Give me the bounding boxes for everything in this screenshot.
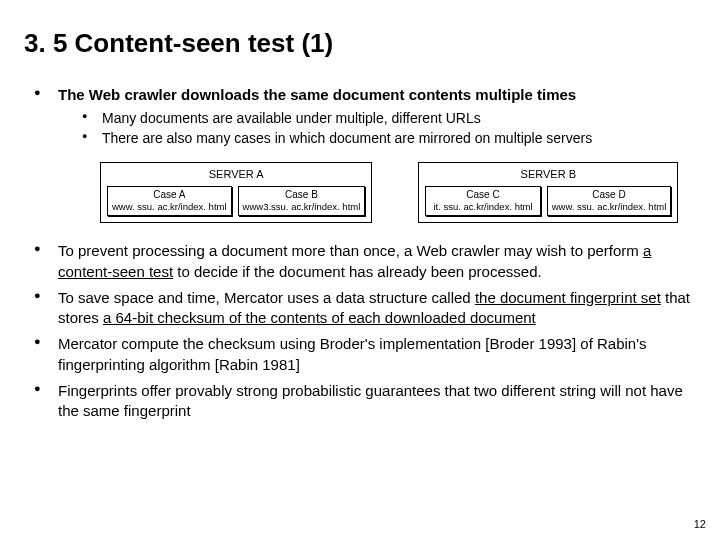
case-url: www. ssu. ac.kr/index. html	[112, 201, 227, 213]
case-a-box: Case A www. ssu. ac.kr/index. html	[107, 186, 232, 216]
slide-title: 3. 5 Content-seen test (1)	[24, 28, 696, 59]
case-url: it. ssu. ac.kr/index. html	[430, 201, 535, 213]
bullet-item: To save space and time, Mercator uses a …	[32, 288, 696, 329]
case-url: www3.ssu. ac.kr/index. html	[243, 201, 361, 213]
case-name: Case C	[430, 189, 535, 202]
bullet-item: Fingerprints offer provably strong proba…	[32, 381, 696, 422]
case-name: Case A	[112, 189, 227, 202]
case-c-box: Case C it. ssu. ac.kr/index. html	[425, 186, 540, 216]
page-number: 12	[694, 518, 706, 530]
bullet-text-part: To save space and time, Mercator uses a …	[58, 289, 475, 306]
sub-bullet-item: There are also many cases in which docum…	[80, 129, 696, 148]
server-a-box: SERVER A Case A www. ssu. ac.kr/index. h…	[100, 162, 372, 223]
bullet-item: Mercator compute the checksum using Brod…	[32, 334, 696, 375]
server-a-label: SERVER A	[107, 167, 365, 182]
case-d-box: Case D www. ssu. ac.kr/index. html	[547, 186, 672, 216]
bullet-item: To prevent processing a document more th…	[32, 241, 696, 282]
sub-bullet-item: Many documents are available under multi…	[80, 109, 696, 128]
slide-content: The Web crawler downloads the same docum…	[24, 85, 696, 421]
case-name: Case B	[243, 189, 361, 202]
bullet-text-part: To prevent processing a document more th…	[58, 242, 643, 259]
case-name: Case D	[552, 189, 667, 202]
bullet-text: The Web crawler downloads the same docum…	[58, 86, 576, 103]
bullet-text-part: to decide if the document has already be…	[173, 263, 542, 280]
server-b-label: SERVER B	[425, 167, 671, 182]
bullet-item: The Web crawler downloads the same docum…	[32, 85, 696, 223]
underlined-text: a 64-bit checksum of the contents of eac…	[103, 309, 536, 326]
server-b-box: SERVER B Case C it. ssu. ac.kr/index. ht…	[418, 162, 678, 223]
server-diagram: SERVER A Case A www. ssu. ac.kr/index. h…	[100, 162, 696, 223]
underlined-text: the document fingerprint set	[475, 289, 661, 306]
case-b-box: Case B www3.ssu. ac.kr/index. html	[238, 186, 366, 216]
case-url: www. ssu. ac.kr/index. html	[552, 201, 667, 213]
